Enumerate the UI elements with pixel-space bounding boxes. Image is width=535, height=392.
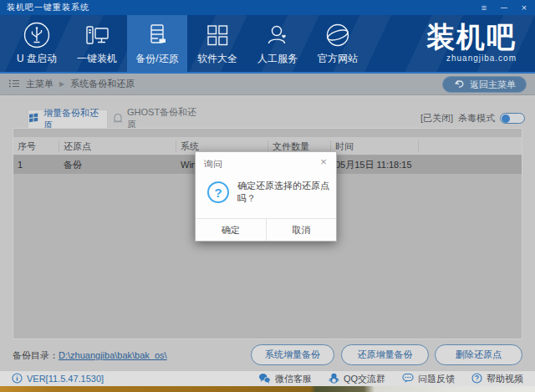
breadcrumb-separator-icon: ▶ bbox=[59, 80, 64, 88]
version-info: VER[11.5.47.1530] bbox=[0, 373, 104, 385]
return-main-menu-button[interactable]: 返回主菜单 bbox=[442, 76, 527, 93]
tab-incremental-backup[interactable]: 增量备份和还原 bbox=[28, 109, 108, 128]
nav-label: U 盘启动 bbox=[17, 52, 57, 66]
header-cell-index: 序号 bbox=[13, 140, 59, 152]
close-icon: × bbox=[320, 155, 327, 168]
titlebar: 装机吧一键重装系统 ≡ ─ × bbox=[0, 0, 535, 15]
tab-ghost-backup[interactable]: GHOST备份和还原 bbox=[113, 109, 200, 128]
version-text: VER[11.5.47.1530] bbox=[27, 374, 104, 384]
dialog-message: 确定还原选择的还原点吗？ bbox=[237, 180, 329, 205]
qq-icon bbox=[329, 373, 339, 385]
statusbar: VER[11.5.47.1530] 微信客服 bbox=[0, 370, 535, 386]
close-button[interactable]: × bbox=[518, 3, 530, 13]
logo-subtext: zhuangjiba.com bbox=[426, 53, 517, 63]
toolbar: 主菜单 ▶ 系统备份和还原 返回主菜单 bbox=[0, 74, 535, 95]
backup-restore-icon bbox=[143, 21, 171, 49]
feedback-link[interactable]: 问题反馈 bbox=[402, 373, 455, 385]
dialog-close-button[interactable]: × bbox=[318, 155, 329, 168]
confirm-dialog: 询问 × ? 确定还原选择的还原点吗？ 确定 取消 bbox=[195, 151, 337, 242]
header-cell-restore-point: 还原点 bbox=[59, 140, 176, 152]
delete-restore-point-button[interactable]: 删除还原点 bbox=[435, 344, 522, 365]
cell-restore-point: 备份 bbox=[59, 159, 176, 171]
nav-item-software[interactable]: 软件大全 bbox=[187, 15, 247, 72]
status-link-label: 帮助视频 bbox=[487, 373, 523, 385]
back-button-label: 返回主菜单 bbox=[470, 79, 516, 91]
app-title: 装机吧一键重装系统 bbox=[0, 2, 89, 13]
logo-text: 装机吧 bbox=[426, 20, 517, 53]
wechat-icon bbox=[258, 373, 271, 385]
breadcrumb: 主菜单 ▶ 系统备份和还原 bbox=[0, 78, 135, 90]
dialog-ok-button[interactable]: 确定 bbox=[196, 219, 267, 241]
antivirus-toggle[interactable] bbox=[500, 113, 525, 124]
nav-item-usb-boot[interactable]: U 盘启动 bbox=[7, 15, 67, 72]
backup-dir-link[interactable]: D:\zhuangjiba\bak\bak_os\ bbox=[59, 350, 167, 360]
help-question-icon bbox=[471, 373, 482, 385]
nav-label: 软件大全 bbox=[197, 52, 237, 66]
toggle-knob bbox=[502, 115, 510, 123]
status-link-label: QQ交流群 bbox=[344, 373, 385, 385]
header-cell-time: 时间 bbox=[331, 140, 419, 152]
feedback-bubble-icon bbox=[402, 373, 414, 385]
apps-grid-icon bbox=[203, 21, 232, 49]
header-cell-extra bbox=[419, 140, 522, 152]
dialog-cancel-button[interactable]: 取消 bbox=[267, 219, 337, 241]
status-link-label: 微信客服 bbox=[275, 373, 312, 385]
antivirus-mode: [已关闭] 杀毒模式 bbox=[420, 112, 525, 125]
cell-time: 05月15日 11:18:15 bbox=[331, 159, 419, 171]
nav-item-backup-restore[interactable]: 备份/还原 bbox=[127, 15, 187, 72]
logo: 装机吧 zhuangjiba.com bbox=[426, 20, 517, 63]
list-icon bbox=[8, 79, 20, 90]
nav-item-support[interactable]: 人工服务 bbox=[247, 15, 308, 72]
wechat-support-link[interactable]: 微信客服 bbox=[258, 373, 312, 385]
breadcrumb-root[interactable]: 主菜单 bbox=[26, 78, 54, 90]
question-icon: ? bbox=[207, 181, 229, 203]
nav-item-website[interactable]: 官方网站 bbox=[308, 15, 368, 72]
globe-icon bbox=[324, 21, 352, 49]
menu-icon[interactable]: ≡ bbox=[478, 3, 490, 13]
tab-bar: 增量备份和还原 GHOST备份和还原 [已关闭] 杀毒模式 bbox=[0, 109, 535, 128]
back-arrow-icon bbox=[453, 79, 465, 90]
windows-icon bbox=[28, 112, 39, 126]
antivirus-status: [已关闭] bbox=[420, 112, 453, 125]
help-video-link[interactable]: 帮助视频 bbox=[471, 373, 523, 385]
antivirus-label: 杀毒模式 bbox=[458, 112, 495, 125]
app-window: 装机吧一键重装系统 ≡ ─ × U 盘启动 bbox=[0, 0, 535, 392]
backup-dir-label: 备份目录： bbox=[13, 350, 59, 360]
system-incremental-backup-button[interactable]: 系统增量备份 bbox=[251, 344, 334, 365]
cell-index: 1 bbox=[13, 160, 59, 170]
breadcrumb-current: 系统备份和还原 bbox=[70, 78, 135, 90]
restore-incremental-backup-button[interactable]: 还原增量备份 bbox=[341, 344, 429, 365]
footer-actions: 备份目录：D:\zhuangjiba\bak\bak_os\ 系统增量备份 还原… bbox=[0, 344, 535, 366]
nav-label: 备份/还原 bbox=[135, 52, 178, 66]
desktop-strip bbox=[0, 386, 535, 392]
support-person-icon bbox=[263, 21, 292, 49]
minimize-button[interactable]: ─ bbox=[498, 3, 510, 13]
nav-item-one-key-install[interactable]: 一键装机 bbox=[67, 15, 127, 72]
nav-label: 一键装机 bbox=[77, 52, 117, 66]
info-icon bbox=[12, 373, 23, 385]
nav-label: 官方网站 bbox=[318, 52, 358, 66]
status-link-label: 问题反馈 bbox=[418, 373, 455, 385]
computer-icon bbox=[83, 21, 111, 49]
header-cell-file-count: 文件数量 bbox=[268, 140, 331, 152]
header-cell-system: 系统 bbox=[176, 140, 268, 152]
usb-icon bbox=[23, 21, 51, 49]
main-nav: U 盘启动 一键装机 备份/还原 bbox=[0, 15, 535, 74]
dialog-title: 询问 bbox=[204, 158, 222, 171]
nav-label: 人工服务 bbox=[257, 52, 298, 66]
ghost-icon bbox=[113, 113, 123, 125]
qq-group-link[interactable]: QQ交流群 bbox=[329, 373, 385, 385]
